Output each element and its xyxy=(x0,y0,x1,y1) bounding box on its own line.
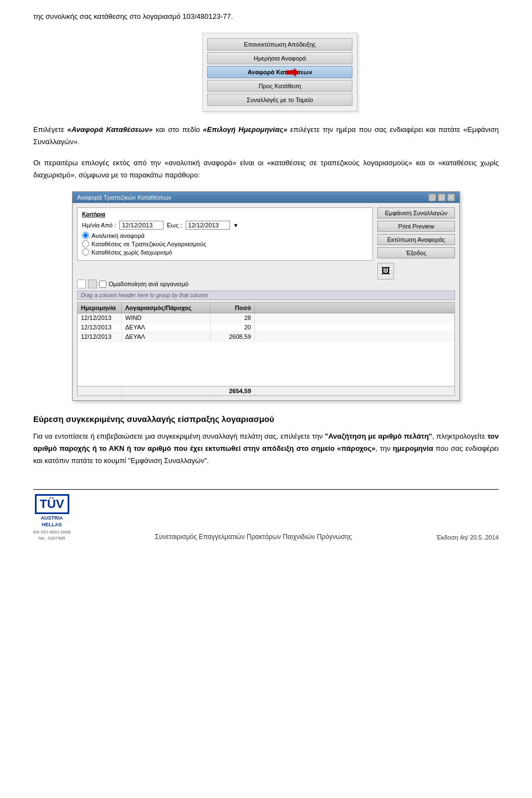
footer-right-text: Έκδοση 4η/ 20.5..2014 xyxy=(436,534,499,541)
page-content: της συνολικής σας κατάθεσης στο λογαριασ… xyxy=(33,11,499,541)
tuv-iso: EN ISO 9001:2008 xyxy=(33,530,70,535)
paragraph-2: Οι περαιτέρω επιλογές εκτός από την «ανα… xyxy=(33,157,499,181)
para3-bold1: "Αναζήτηση με αριθμό πελάτη" xyxy=(325,432,432,440)
td-poso-2: 20 xyxy=(211,323,255,332)
td-date-3: 12/12/2013 xyxy=(78,332,122,341)
td-poso-3: 2608,59 xyxy=(211,332,255,341)
footer-date xyxy=(78,387,122,395)
radio-group: Αναλυτική αναφορά Καταθέσεις σε Τραπεζικ… xyxy=(82,232,368,256)
maximize-btn: □ xyxy=(438,194,446,201)
tuv-mark: TÜV xyxy=(35,494,69,514)
date-row: Ημ/νία Από : 12/12/2013 Εως : 12/12/2013… xyxy=(82,221,368,230)
exit-btn[interactable]: Έξοδος xyxy=(377,247,455,258)
minimize-btn: _ xyxy=(428,194,436,201)
table-footer-row: 2654,59 xyxy=(78,386,454,395)
radio-bank[interactable] xyxy=(82,240,89,247)
radio-row-1: Αναλυτική αναφορά xyxy=(82,232,368,239)
table-row: 12/12/2013 ΔΕΥΑΛ 20 xyxy=(78,323,454,332)
intro-text: της συνολικής σας κατάθεσης στο λογαριασ… xyxy=(33,12,233,21)
table-empty-space xyxy=(78,342,454,386)
print-preview-btn[interactable]: Print Preview xyxy=(377,221,455,232)
menu-screenshot-container: ➡ Επανεκτύπωση Απόδειξης Ημερήσια Αναφορ… xyxy=(33,33,499,111)
para1-text2: και στο πεδίο xyxy=(153,125,203,134)
para1-bold1: «Αναφορά Καταθέσεων» xyxy=(67,125,152,134)
date-to-label: Εως : xyxy=(167,222,182,228)
td-poso-1: 28 xyxy=(211,313,255,322)
criteria-section: Κριτήρια Ημ/νία Από : 12/12/2013 Εως : 1… xyxy=(77,207,373,261)
tuv-austria: AUSTRIA xyxy=(41,515,63,522)
menu-screenshot: Επανεκτύπωση Απόδειξης Ημερήσια Αναφορά … xyxy=(202,33,357,111)
td-date-1: 12/12/2013 xyxy=(78,313,122,322)
another-icon xyxy=(88,279,97,288)
radio-no-sep[interactable] xyxy=(82,248,89,256)
checkbox-row: Ομαδοποίηση ανά οργανισμό xyxy=(77,279,455,288)
para3-text3: , την xyxy=(376,444,393,453)
dialog-screenshot: Αναφορά Τραπεζικών Καταθέσεων _ □ × Κριτ… xyxy=(72,191,460,401)
image-placeholder: 🖼 xyxy=(377,263,394,279)
date-from-label: Ημ/νία Από : xyxy=(82,222,116,228)
red-arrow: ➡ xyxy=(285,63,298,81)
paragraph-3: Για να εντοπίσετε ή επιβεβαιώσετε μια συ… xyxy=(33,430,499,467)
radio-label-3: Καταθέσεις χωρίς διαχωρισμό xyxy=(91,249,172,256)
tuv-hellas: HELLAS xyxy=(42,522,62,528)
show-transactions-btn[interactable]: Εμφάνιση Συναλλαγών xyxy=(377,207,455,218)
criteria-title: Κριτήρια xyxy=(82,211,368,217)
dialog-main-row: Κριτήρια Ημ/νία Από : 12/12/2013 Εως : 1… xyxy=(77,207,455,279)
radio-analytic[interactable] xyxy=(82,232,89,239)
table-area: Ημερομηνία Λογαριασμός/Πάροχος Ποσό 12/1… xyxy=(77,302,455,396)
menu-item-deposit: Προς Κατάθεση xyxy=(207,80,352,92)
dropdown-arrow: ▼ xyxy=(233,222,239,228)
th-date: Ημερομηνία xyxy=(78,303,122,313)
print-report-btn[interactable]: Εκτύπωση Αναφοράς xyxy=(377,234,455,245)
intro-paragraph: της συνολικής σας κατάθεσης στο λογαριασ… xyxy=(33,11,499,23)
para3-bold3: ημερομηνία xyxy=(393,444,433,453)
td-log-3: ΔΕΥΑΛ xyxy=(122,332,211,341)
menu-item-deposit-report: Αναφορά Καταθέσεων xyxy=(207,66,352,78)
td-log-2: ΔΕΥΑΛ xyxy=(122,323,211,332)
dialog-title: Αναφορά Τραπεζικών Καταθέσεων xyxy=(77,194,171,201)
table-row: 12/12/2013 ΔΕΥΑΛ 2608,59 xyxy=(78,332,454,342)
folder-icon xyxy=(77,279,86,288)
footer-total: 2654,59 xyxy=(211,387,255,395)
table-header-row: Ημερομηνία Λογαριασμός/Πάροχος Ποσό xyxy=(78,303,454,313)
dialog-title-controls: _ □ × xyxy=(428,194,455,201)
tuv-no: No.: 0107385 xyxy=(39,536,65,541)
date-to-input[interactable]: 12/12/2013 xyxy=(186,221,230,230)
td-date-2: 12/12/2013 xyxy=(78,323,122,332)
para1-bold2: «Επιλογή Ημερομηνίας» xyxy=(203,125,287,134)
footer-center-text: Συνεταιρισμός Επαγγελματιών Πρακτόρων Πα… xyxy=(155,533,352,541)
para3-text1: Για να εντοπίσετε ή επιβεβαιώσετε μια συ… xyxy=(33,432,325,440)
paragraph-1: Επιλέγετε «Αναφορά Καταθέσεων» και στο π… xyxy=(33,124,499,148)
date-from-input[interactable]: 12/12/2013 xyxy=(119,221,163,230)
para3-text2: , πληκτρολογείτε xyxy=(432,432,488,440)
dialog-body: Κριτήρια Ημ/νία Από : 12/12/2013 Εως : 1… xyxy=(73,203,459,400)
td-log-1: WIND xyxy=(122,313,211,322)
section-heading: Εύρεση συγκεκριμένης συναλλαγής είσπραξη… xyxy=(33,414,499,424)
radio-label-2: Καταθέσεις σε Τραπεζικούς Λογαριασμούς xyxy=(91,241,206,247)
radio-row-2: Καταθέσεις σε Τραπεζικούς Λογαριασμούς xyxy=(82,240,368,247)
dialog-left: Κριτήρια Ημ/νία Από : 12/12/2013 Εως : 1… xyxy=(77,207,373,279)
menu-item-reprint: Επανεκτύπωση Απόδειξης xyxy=(207,38,352,50)
menu-item-transactions: Συναλλαγές με το Ταμείο xyxy=(207,94,352,106)
drag-hint-bar: Drag a column header here to group by th… xyxy=(77,291,455,300)
checkbox-label: Ομαδοποίηση ανά οργανισμό xyxy=(109,281,188,287)
th-poso: Ποσό xyxy=(211,303,255,313)
table-row: 12/12/2013 WIND 28 xyxy=(78,313,454,323)
para1-text1: Επιλέγετε xyxy=(33,125,67,134)
radio-row-3: Καταθέσεις χωρίς διαχωρισμό xyxy=(82,248,368,256)
dialog-title-bar: Αναφορά Τραπεζικών Καταθέσεων _ □ × xyxy=(73,192,459,203)
close-btn: × xyxy=(447,194,455,201)
footer: TÜV AUSTRIA HELLAS EN ISO 9001:2008 No.:… xyxy=(33,489,499,540)
radio-label-1: Αναλυτική αναφορά xyxy=(91,232,145,239)
menu-item-daily-report: Ημερήσια Αναφορά xyxy=(207,52,352,64)
footer-log xyxy=(122,387,211,395)
dialog-right: Εμφάνιση Συναλλαγών Print Preview Εκτύπω… xyxy=(377,207,455,279)
th-logariasmos: Λογαριασμός/Πάροχος xyxy=(122,303,211,313)
groupby-checkbox[interactable] xyxy=(99,281,106,288)
tuv-logo: TÜV AUSTRIA HELLAS EN ISO 9001:2008 No.:… xyxy=(33,494,70,540)
